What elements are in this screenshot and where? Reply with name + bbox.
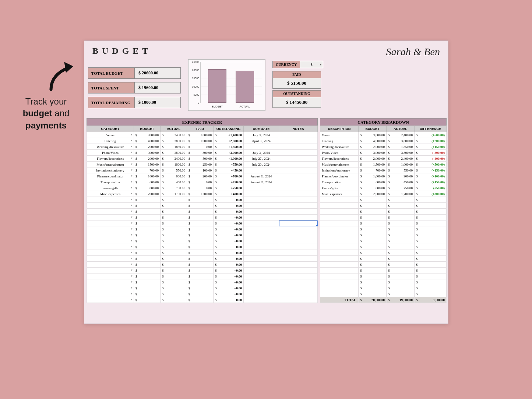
money-cell[interactable]: $+0.00 (214, 232, 244, 238)
duedate-cell[interactable] (244, 279, 279, 285)
duedate-cell[interactable] (244, 197, 279, 203)
category-cell[interactable] (87, 226, 134, 232)
money-cell[interactable]: $1,500.00 (359, 162, 387, 167)
money-cell[interactable]: $900.00 (161, 173, 187, 179)
description-cell[interactable]: Planner/coordinator (320, 173, 359, 179)
money-cell[interactable]: $3,800.00 (387, 150, 415, 156)
money-cell[interactable]: $ (359, 220, 387, 226)
category-cell[interactable]: Catering (87, 138, 134, 144)
money-cell[interactable]: $ (387, 215, 415, 220)
total-budget-value[interactable]: $ 20600.00 (135, 68, 180, 78)
money-cell[interactable]: $+0.00 (214, 226, 244, 232)
duedate-cell[interactable]: July 27 , 2024 (244, 156, 279, 162)
total-remaining-value[interactable]: $ 1000.00 (135, 97, 180, 108)
description-cell[interactable] (320, 273, 359, 279)
money-cell[interactable]: $+450.00 (214, 179, 244, 185)
money-cell[interactable]: $ (161, 279, 187, 285)
duedate-cell[interactable]: April 3 , 2024 (244, 138, 279, 144)
money-cell[interactable]: $ (134, 279, 161, 285)
money-cell[interactable]: $ (161, 220, 187, 226)
money-cell[interactable]: $ (187, 285, 214, 291)
money-cell[interactable]: $1,700.00 (387, 191, 415, 197)
money-cell[interactable]: $600.00 (359, 179, 387, 185)
duedate-cell[interactable] (244, 226, 279, 232)
money-cell[interactable]: $ (415, 209, 447, 215)
money-cell[interactable]: $3,800.00 (387, 138, 415, 144)
duedate-cell[interactable]: July 3 , 2024 (244, 132, 279, 138)
category-cell[interactable]: Wedding dress/attire (87, 144, 134, 150)
money-cell[interactable]: $1700.00 (161, 191, 187, 197)
duedate-cell[interactable] (244, 256, 279, 262)
notes-cell[interactable] (279, 179, 318, 185)
duedate-cell[interactable]: July 20 , 2024 (244, 162, 279, 167)
category-cell[interactable] (87, 244, 134, 250)
notes-cell[interactable] (279, 162, 318, 167)
money-cell[interactable]: $ (161, 215, 187, 220)
money-cell[interactable]: $ (161, 291, 187, 297)
money-cell[interactable]: $2,000.00 (359, 156, 387, 162)
notes-cell[interactable] (279, 209, 318, 215)
notes-cell[interactable] (279, 244, 318, 250)
duedate-cell[interactable] (244, 209, 279, 215)
money-cell[interactable]: $ (161, 209, 187, 215)
category-cell[interactable]: Favors/gifts (87, 185, 134, 191)
money-cell[interactable]: $(+300.00) (415, 191, 447, 197)
money-cell[interactable]: $ (387, 209, 415, 215)
money-cell[interactable]: $+0.00 (214, 220, 244, 226)
duedate-cell[interactable] (244, 250, 279, 256)
money-cell[interactable]: $ (134, 203, 161, 209)
money-cell[interactable]: $(+150.00) (415, 144, 447, 150)
notes-cell[interactable] (279, 291, 318, 297)
money-cell[interactable]: $ (161, 268, 187, 273)
duedate-cell[interactable] (244, 268, 279, 273)
money-cell[interactable]: $(+150.00) (415, 179, 447, 185)
category-cell[interactable] (87, 273, 134, 279)
category-cell[interactable]: Flowers/decorations (87, 156, 134, 162)
money-cell[interactable]: $ (415, 197, 447, 203)
notes-cell[interactable] (279, 185, 318, 191)
money-cell[interactable]: $ (387, 232, 415, 238)
money-cell[interactable]: $+750.00 (214, 162, 244, 167)
money-cell[interactable]: $ (415, 232, 447, 238)
description-cell[interactable] (320, 220, 359, 226)
duedate-cell[interactable] (244, 232, 279, 238)
description-cell[interactable]: Transportation (320, 179, 359, 185)
money-cell[interactable]: $ (415, 244, 447, 250)
money-cell[interactable]: $0.00 (187, 185, 214, 191)
description-cell[interactable] (320, 244, 359, 250)
money-cell[interactable]: $200.00 (187, 173, 214, 179)
notes-cell[interactable] (279, 279, 318, 285)
money-cell[interactable]: $1,000.00 (359, 173, 387, 179)
notes-cell[interactable] (279, 220, 318, 226)
money-cell[interactable]: $+0.00 (214, 238, 244, 244)
category-cell[interactable]: Planner/coordinator (87, 173, 134, 179)
money-cell[interactable]: $ (161, 250, 187, 256)
notes-cell[interactable] (279, 256, 318, 262)
notes-cell[interactable] (279, 173, 318, 179)
money-cell[interactable]: $ (415, 226, 447, 232)
money-cell[interactable]: $+400.00 (214, 191, 244, 197)
money-cell[interactable]: $700.00 (134, 167, 161, 173)
notes-cell[interactable] (279, 297, 318, 303)
description-cell[interactable] (320, 232, 359, 238)
notes-cell[interactable] (279, 232, 318, 238)
notes-cell[interactable] (279, 226, 318, 232)
duedate-cell[interactable]: August 3 , 2024 (244, 173, 279, 179)
notes-cell[interactable] (279, 250, 318, 256)
notes-cell[interactable] (279, 273, 318, 279)
money-cell[interactable]: $ (415, 215, 447, 220)
money-cell[interactable]: $1000.00 (161, 162, 187, 167)
description-cell[interactable]: Venue (320, 132, 359, 138)
money-cell[interactable]: $ (387, 279, 415, 285)
description-cell[interactable] (320, 197, 359, 203)
money-cell[interactable]: $+750.00 (214, 185, 244, 191)
money-cell[interactable]: $ (415, 256, 447, 262)
money-cell[interactable]: $ (187, 209, 214, 215)
money-cell[interactable]: $1000.00 (187, 138, 214, 144)
notes-cell[interactable] (279, 215, 318, 220)
money-cell[interactable]: $ (359, 215, 387, 220)
money-cell[interactable]: $ (134, 226, 161, 232)
money-cell[interactable]: $(+150.00) (415, 167, 447, 173)
description-cell[interactable] (320, 291, 359, 297)
money-cell[interactable]: $3000.00 (134, 132, 161, 138)
